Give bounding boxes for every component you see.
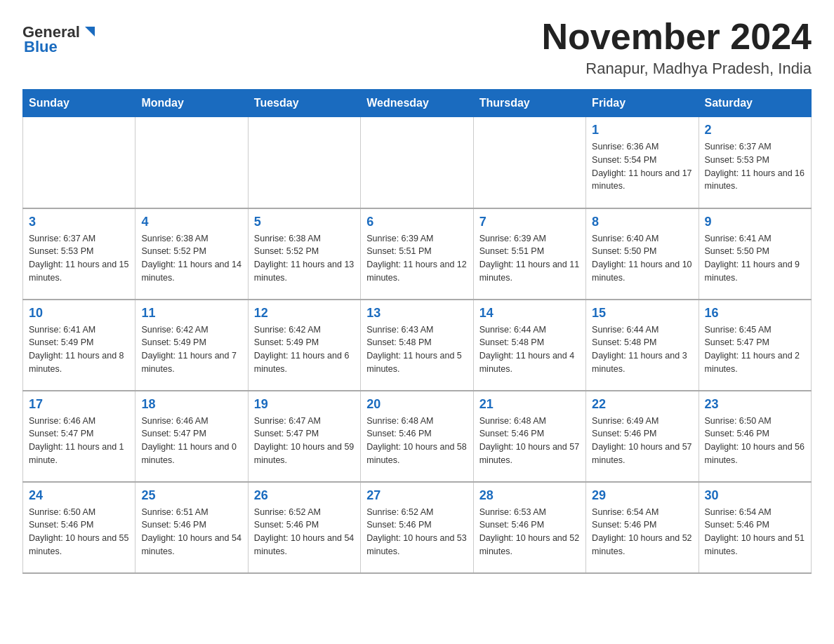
day-number: 13: [366, 306, 467, 321]
calendar-cell: 15Sunrise: 6:44 AM Sunset: 5:48 PM Dayli…: [586, 300, 699, 391]
calendar-cell: 2Sunrise: 6:37 AM Sunset: 5:53 PM Daylig…: [699, 117, 811, 208]
calendar-cell: 8Sunrise: 6:40 AM Sunset: 5:50 PM Daylig…: [586, 208, 699, 300]
day-number: 17: [29, 397, 129, 412]
logo-blue-text: Blue: [24, 38, 58, 56]
col-tuesday: Tuesday: [248, 90, 360, 117]
col-thursday: Thursday: [473, 90, 585, 117]
day-info: Sunrise: 6:38 AM Sunset: 5:52 PM Dayligh…: [141, 232, 241, 285]
calendar-cell: 28Sunrise: 6:53 AM Sunset: 5:46 PM Dayli…: [473, 482, 585, 573]
calendar-cell: 4Sunrise: 6:38 AM Sunset: 5:52 PM Daylig…: [135, 208, 248, 300]
calendar-cell: 7Sunrise: 6:39 AM Sunset: 5:51 PM Daylig…: [473, 208, 585, 300]
day-number: 19: [254, 397, 355, 412]
day-number: 27: [366, 488, 467, 503]
logo: General Blue: [22, 22, 98, 56]
svg-marker-0: [85, 27, 95, 36]
day-number: 4: [141, 215, 241, 229]
day-info: Sunrise: 6:51 AM Sunset: 5:46 PM Dayligh…: [141, 506, 241, 558]
day-number: 22: [592, 397, 692, 412]
calendar-cell: 12Sunrise: 6:42 AM Sunset: 5:49 PM Dayli…: [248, 300, 360, 391]
day-number: 3: [29, 215, 129, 229]
day-info: Sunrise: 6:39 AM Sunset: 5:51 PM Dayligh…: [479, 232, 580, 285]
calendar-cell: [135, 117, 248, 208]
day-number: 2: [705, 123, 805, 137]
day-number: 24: [29, 488, 129, 503]
day-info: Sunrise: 6:40 AM Sunset: 5:50 PM Dayligh…: [592, 232, 692, 285]
day-info: Sunrise: 6:53 AM Sunset: 5:46 PM Dayligh…: [479, 506, 580, 558]
day-info: Sunrise: 6:46 AM Sunset: 5:47 PM Dayligh…: [141, 415, 241, 467]
day-number: 11: [141, 306, 241, 321]
logo-triangle-icon: [82, 24, 98, 39]
day-info: Sunrise: 6:48 AM Sunset: 5:46 PM Dayligh…: [366, 415, 467, 467]
day-info: Sunrise: 6:37 AM Sunset: 5:53 PM Dayligh…: [705, 140, 805, 193]
day-number: 28: [479, 488, 580, 503]
day-info: Sunrise: 6:36 AM Sunset: 5:54 PM Dayligh…: [592, 140, 692, 193]
calendar-cell: [361, 117, 473, 208]
header-row: Sunday Monday Tuesday Wednesday Thursday…: [23, 90, 812, 117]
calendar-cell: 11Sunrise: 6:42 AM Sunset: 5:49 PM Dayli…: [135, 300, 248, 391]
calendar-cell: 17Sunrise: 6:46 AM Sunset: 5:47 PM Dayli…: [23, 391, 135, 482]
day-number: 12: [254, 306, 355, 321]
calendar-cell: 26Sunrise: 6:52 AM Sunset: 5:46 PM Dayli…: [248, 482, 360, 573]
day-info: Sunrise: 6:49 AM Sunset: 5:46 PM Dayligh…: [592, 415, 692, 467]
day-number: 16: [705, 306, 805, 321]
day-info: Sunrise: 6:41 AM Sunset: 5:50 PM Dayligh…: [705, 232, 805, 285]
day-number: 25: [141, 488, 241, 503]
calendar-cell: 14Sunrise: 6:44 AM Sunset: 5:48 PM Dayli…: [473, 300, 585, 391]
calendar-cell: 6Sunrise: 6:39 AM Sunset: 5:51 PM Daylig…: [361, 208, 473, 300]
day-info: Sunrise: 6:44 AM Sunset: 5:48 PM Dayligh…: [479, 323, 580, 376]
day-info: Sunrise: 6:39 AM Sunset: 5:51 PM Dayligh…: [366, 232, 467, 285]
calendar-cell: 21Sunrise: 6:48 AM Sunset: 5:46 PM Dayli…: [473, 391, 585, 482]
day-info: Sunrise: 6:44 AM Sunset: 5:48 PM Dayligh…: [592, 323, 692, 376]
day-info: Sunrise: 6:43 AM Sunset: 5:48 PM Dayligh…: [366, 323, 467, 376]
calendar-header: Sunday Monday Tuesday Wednesday Thursday…: [23, 90, 812, 117]
calendar-week-row: 10Sunrise: 6:41 AM Sunset: 5:49 PM Dayli…: [23, 300, 812, 391]
day-number: 1: [592, 123, 692, 137]
day-info: Sunrise: 6:37 AM Sunset: 5:53 PM Dayligh…: [29, 232, 129, 285]
day-number: 20: [366, 397, 467, 412]
calendar-cell: 22Sunrise: 6:49 AM Sunset: 5:46 PM Dayli…: [586, 391, 699, 482]
calendar-table: Sunday Monday Tuesday Wednesday Thursday…: [22, 89, 812, 574]
calendar-cell: 16Sunrise: 6:45 AM Sunset: 5:47 PM Dayli…: [699, 300, 811, 391]
day-number: 23: [705, 397, 805, 412]
calendar-week-row: 24Sunrise: 6:50 AM Sunset: 5:46 PM Dayli…: [23, 482, 812, 573]
day-number: 10: [29, 306, 129, 321]
calendar-cell: 30Sunrise: 6:54 AM Sunset: 5:46 PM Dayli…: [699, 482, 811, 573]
calendar-cell: 24Sunrise: 6:50 AM Sunset: 5:46 PM Dayli…: [23, 482, 135, 573]
day-info: Sunrise: 6:50 AM Sunset: 5:46 PM Dayligh…: [705, 415, 805, 467]
col-monday: Monday: [135, 90, 248, 117]
page-header: General Blue November 2024 Ranapur, Madh…: [22, 17, 812, 78]
calendar-cell: 9Sunrise: 6:41 AM Sunset: 5:50 PM Daylig…: [699, 208, 811, 300]
day-info: Sunrise: 6:54 AM Sunset: 5:46 PM Dayligh…: [592, 506, 692, 558]
day-info: Sunrise: 6:54 AM Sunset: 5:46 PM Dayligh…: [705, 506, 805, 558]
day-number: 18: [141, 397, 241, 412]
col-friday: Friday: [586, 90, 699, 117]
day-number: 8: [592, 215, 692, 229]
day-number: 7: [479, 215, 580, 229]
calendar-cell: 5Sunrise: 6:38 AM Sunset: 5:52 PM Daylig…: [248, 208, 360, 300]
calendar-cell: 20Sunrise: 6:48 AM Sunset: 5:46 PM Dayli…: [361, 391, 473, 482]
day-info: Sunrise: 6:47 AM Sunset: 5:47 PM Dayligh…: [254, 415, 355, 467]
day-info: Sunrise: 6:50 AM Sunset: 5:46 PM Dayligh…: [29, 506, 129, 558]
day-info: Sunrise: 6:52 AM Sunset: 5:46 PM Dayligh…: [366, 506, 467, 558]
day-info: Sunrise: 6:38 AM Sunset: 5:52 PM Dayligh…: [254, 232, 355, 285]
calendar-cell: 10Sunrise: 6:41 AM Sunset: 5:49 PM Dayli…: [23, 300, 135, 391]
calendar-week-row: 3Sunrise: 6:37 AM Sunset: 5:53 PM Daylig…: [23, 208, 812, 300]
month-title: November 2024: [542, 17, 812, 57]
day-number: 26: [254, 488, 355, 503]
day-number: 14: [479, 306, 580, 321]
day-number: 5: [254, 215, 355, 229]
day-info: Sunrise: 6:41 AM Sunset: 5:49 PM Dayligh…: [29, 323, 129, 376]
col-saturday: Saturday: [699, 90, 811, 117]
col-sunday: Sunday: [23, 90, 135, 117]
calendar-body: 1Sunrise: 6:36 AM Sunset: 5:54 PM Daylig…: [23, 117, 812, 573]
calendar-week-row: 1Sunrise: 6:36 AM Sunset: 5:54 PM Daylig…: [23, 117, 812, 208]
calendar-cell: 3Sunrise: 6:37 AM Sunset: 5:53 PM Daylig…: [23, 208, 135, 300]
day-number: 9: [705, 215, 805, 229]
calendar-cell: [248, 117, 360, 208]
calendar-cell: 25Sunrise: 6:51 AM Sunset: 5:46 PM Dayli…: [135, 482, 248, 573]
calendar-cell: 29Sunrise: 6:54 AM Sunset: 5:46 PM Dayli…: [586, 482, 699, 573]
day-number: 29: [592, 488, 692, 503]
calendar-week-row: 17Sunrise: 6:46 AM Sunset: 5:47 PM Dayli…: [23, 391, 812, 482]
calendar-cell: 27Sunrise: 6:52 AM Sunset: 5:46 PM Dayli…: [361, 482, 473, 573]
calendar-cell: 1Sunrise: 6:36 AM Sunset: 5:54 PM Daylig…: [586, 117, 699, 208]
